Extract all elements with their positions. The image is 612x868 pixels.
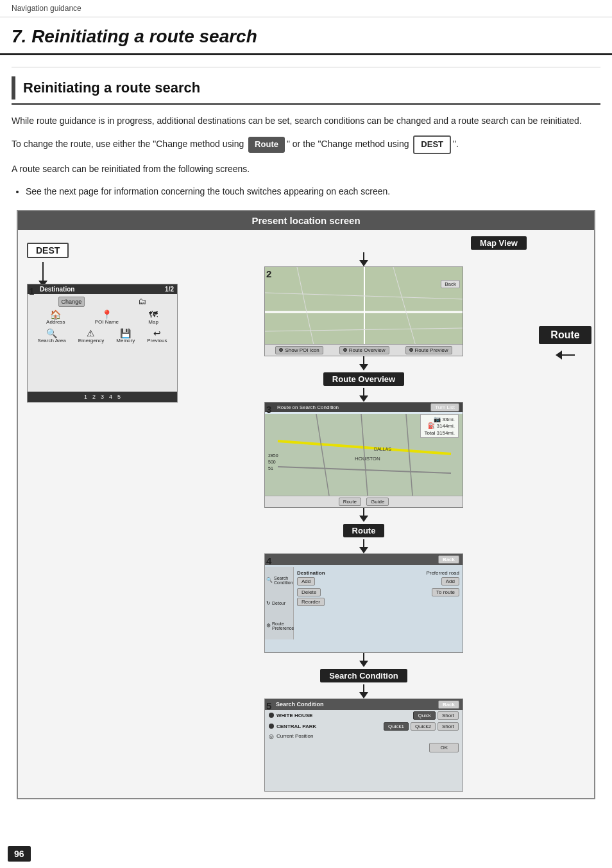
- section-title-bar: Reinitiating a route search: [12, 76, 600, 105]
- route-right-label: Route: [539, 326, 591, 344]
- screen4-detour: ↻ Detour: [266, 600, 292, 606]
- body2-mid: " or the "Change method using: [287, 139, 411, 149]
- screen2-back-btn[interactable]: Back: [441, 280, 460, 288]
- screen5-entry1: WHITE HOUSE: [269, 713, 312, 718]
- dest-inline-button: DEST: [413, 135, 451, 154]
- center-col: Map View 2 300ft 0.6mi: [191, 236, 536, 792]
- arrow-to-screen5: [359, 684, 368, 699]
- right-col: Route: [536, 236, 594, 792]
- screen5-entry2-dot: [269, 724, 274, 729]
- body-text-1: While route guidance is in progress, add…: [12, 114, 600, 128]
- screen5-entry2-row: CENTRAL PARK Quick1 Quick2 Short: [265, 721, 463, 732]
- chapter-heading: 7. Reinitiating a route search: [0, 17, 612, 55]
- mapview-label: Map View: [471, 236, 527, 250]
- map-roads-svg: [265, 267, 463, 356]
- screen1-tab1[interactable]: 1: [84, 394, 87, 400]
- screen1-tab2[interactable]: 2: [92, 394, 96, 400]
- screen2-route-preview-btn[interactable]: Route Preview: [405, 346, 452, 354]
- screen5-entry1-short[interactable]: Short: [438, 711, 459, 720]
- body2-pre: To change the route, use either the "Cha…: [12, 139, 246, 149]
- screen4-to-route-btn[interactable]: To route: [432, 588, 459, 596]
- screen1-memory: 💾 Memory: [116, 329, 135, 343]
- breadcrumb: Navigation guidance: [0, 0, 612, 17]
- dest-label: DEST: [27, 243, 69, 258]
- screen5-entry2-quick2[interactable]: Quick2: [411, 722, 436, 731]
- svg-text:500: 500: [268, 460, 276, 464]
- screen2-show-poi-btn[interactable]: Show POI Icon: [275, 346, 323, 354]
- arrow-to-screen4: [359, 539, 368, 553]
- arrow-to-screen2: [359, 252, 368, 266]
- search-condition-label: Search Condition: [320, 669, 407, 682]
- arrow-to-searchcond: [359, 653, 368, 667]
- route-overview-radio: [343, 348, 347, 352]
- svg-text:DALLAS: DALLAS: [374, 447, 391, 451]
- screen3-guide-btn[interactable]: Guide: [366, 498, 389, 506]
- screen-2-mapview: 2 300ft 0.6mi Back: [264, 266, 463, 356]
- screen2-route-overview-btn[interactable]: Route Overview: [339, 346, 389, 354]
- screen3-stats: 📷 33mi. ⛽ 3144mi. Total 3154mi.: [420, 414, 459, 438]
- screen1-search-area: 🔍 Search Area: [38, 329, 66, 343]
- screen4-right-panel: Destination Preferred road Add Add Delet…: [294, 567, 463, 639]
- screen-1-dest: 1 Destination 1/2 Change 🗂 🏠 Address: [27, 284, 178, 403]
- screen5-entry2-quick1[interactable]: Quick1: [384, 722, 409, 731]
- screen1-tab5[interactable]: 5: [117, 394, 121, 400]
- screen-2-number: 2: [266, 268, 271, 279]
- diagram-inner: DEST 1 Destination 1/2 Change: [18, 230, 594, 798]
- route-overview-label: Route Overview: [323, 372, 404, 386]
- screen5-entry1-text: WHITE HOUSE: [276, 713, 312, 718]
- screen-5-number: 5: [266, 700, 271, 711]
- screen4-route-pref: ⚙ Route Preference: [266, 621, 292, 630]
- screen4-reorder-btn[interactable]: Reorder: [297, 598, 325, 606]
- arrow-to-screen3: [359, 388, 368, 402]
- screen4-search-cond: 🔍 Search Condition: [266, 576, 292, 585]
- screen1-change-btn[interactable]: Change: [58, 297, 85, 307]
- diagram-container: Present location screen DEST 1: [17, 210, 595, 799]
- body-text-3: A route search can be reinitiated from t…: [12, 162, 600, 176]
- screen1-tab3[interactable]: 3: [101, 394, 104, 400]
- screen5-entry2-btns: Quick1 Quick2 Short: [384, 722, 459, 731]
- screen5-ok-btn[interactable]: OK: [429, 743, 459, 752]
- screen4-add-pref-btn[interactable]: Add: [441, 577, 459, 586]
- show-poi-radio: [279, 348, 283, 352]
- body2-post: ".: [453, 139, 459, 149]
- screen4-add-dest-btn[interactable]: Add: [297, 577, 315, 586]
- svg-text:2850: 2850: [268, 453, 278, 458]
- screen-1-number: 1: [29, 286, 34, 297]
- screen5-entry2-short[interactable]: Short: [438, 722, 459, 731]
- screen5-entry3: ◎ Current Position: [269, 733, 313, 740]
- screen5-entry1-btns: Quick Short: [413, 711, 459, 720]
- bullet-item: See the next page for information concer…: [26, 184, 600, 198]
- screen5-back-btn[interactable]: Back: [438, 700, 459, 709]
- screen4-delete-btn[interactable]: Delete: [297, 588, 321, 596]
- screen1-poi: 📍 POI Name: [95, 310, 119, 325]
- screen1-emergency: ⚠ Emergency: [78, 329, 104, 343]
- screen1-page: 1/2: [165, 286, 174, 293]
- screen4-back-btn[interactable]: Back: [438, 555, 459, 564]
- screen5-entry2-text: CENTRAL PARK: [276, 724, 316, 729]
- diagram-header: Present location screen: [18, 211, 594, 230]
- screen3-stat2: ⛽ 3144mi.: [424, 422, 455, 429]
- screen5-entry3-row: ◎ Current Position: [265, 732, 463, 741]
- screen4-preferred-road-label: Preferred road: [426, 570, 459, 576]
- screen1-title: Destination: [31, 286, 74, 293]
- screen-3-number: 3: [266, 404, 271, 415]
- body-text-2: To change the route, use either the "Cha…: [12, 135, 600, 154]
- screen5-entry3-text: Current Position: [276, 733, 313, 739]
- chapter-number: 7.: [12, 26, 26, 46]
- route-preview-radio: [409, 348, 413, 352]
- screen3-total: Total 3154mi.: [424, 430, 455, 436]
- screen5-entry1-dot: [269, 713, 274, 718]
- chapter-title: Reinitiating a route search: [26, 26, 257, 46]
- screen3-route-btn[interactable]: Route: [339, 498, 361, 506]
- screen-4-number: 4: [266, 555, 271, 566]
- route-center-label: Route: [343, 524, 385, 537]
- section-divider: [12, 67, 600, 67]
- screen1-previous: ↩ Previous: [147, 329, 167, 343]
- page-number: 96: [8, 846, 31, 862]
- svg-text:51: 51: [268, 466, 273, 471]
- screen5-entry1-quick[interactable]: Quick: [413, 711, 435, 720]
- arrow-to-route-label: [359, 508, 368, 522]
- left-col: DEST 1 Destination 1/2 Change: [18, 236, 191, 792]
- screen5-ok-row: OK: [265, 741, 463, 754]
- screen1-tab4[interactable]: 4: [109, 394, 112, 400]
